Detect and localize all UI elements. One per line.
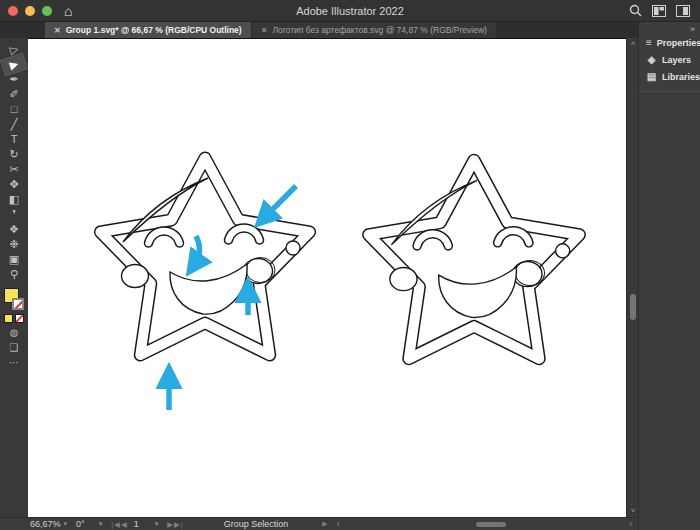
layers-icon: ◈ <box>646 54 657 65</box>
rotate-tool-icon[interactable]: ↻ <box>3 147 25 162</box>
none-button[interactable] <box>15 314 24 323</box>
tab-label: Логотип без артефактов.svg @ 74,87 % (RG… <box>272 25 486 35</box>
close-tab-icon[interactable]: ✕ <box>54 26 61 35</box>
workspace-switcher-icon[interactable] <box>652 5 666 17</box>
rotation-dropdown-icon[interactable]: ▾ <box>99 520 103 528</box>
artboard-number[interactable]: 1 <box>134 519 139 529</box>
horizontal-scrollbar-track[interactable] <box>340 521 629 528</box>
eyedropper-tool-icon[interactable]: ❜ <box>3 207 25 222</box>
gradient-tool-icon[interactable]: ◧ <box>3 192 25 207</box>
rotation-value[interactable]: 0° <box>76 519 85 529</box>
color-button[interactable] <box>4 314 13 323</box>
tools-panel: ▷▶✒✐□╱T↻✂✥◧❜❖❉▣⚲◍❑⋯ <box>0 38 28 517</box>
panel-tab-label: Layers <box>662 55 691 65</box>
panel-tab-properties[interactable]: ≡Properties <box>639 34 700 51</box>
screen-mode-icon[interactable]: ❑ <box>10 343 19 353</box>
tab-label: Group 1.svg* @ 66,67 % (RGB/CPU Outline) <box>66 25 242 35</box>
paintbrush-tool-icon[interactable]: ✐ <box>3 87 25 102</box>
rectangle-tool-icon[interactable]: □ <box>3 102 25 117</box>
app-title: Adobe Illustrator 2022 <box>0 5 700 17</box>
close-tab-icon[interactable]: ✕ <box>261 26 268 35</box>
illustrator-window: ⌂ Adobe Illustrator 2022 ✕ Group 1.svg* … <box>0 0 700 530</box>
symbol-sprayer-tool-icon[interactable]: ❉ <box>3 237 25 252</box>
edit-toolbar-icon[interactable]: ⋯ <box>9 358 19 368</box>
star-artwork-right[interactable] <box>338 133 610 405</box>
zoom-tool-icon[interactable]: ⚲ <box>3 267 25 282</box>
libraries-icon: ▤ <box>646 71 657 82</box>
panel-tab-libraries[interactable]: ▤Libraries <box>639 68 700 85</box>
properties-icon: ≡ <box>646 37 652 48</box>
color-mode-buttons <box>4 314 24 323</box>
draw-mode-icon[interactable]: ◍ <box>10 328 19 338</box>
statusbar: 66,67% ▾ 0° ▾ |◀ ◀ 1 ▾ ▶ ▶| Group Select… <box>0 517 638 530</box>
artboard-tool-icon[interactable]: ▣ <box>3 252 25 267</box>
panel-tab-layers[interactable]: ◈Layers <box>639 51 700 68</box>
current-tool-status: Group Selection <box>224 519 289 529</box>
search-icon[interactable] <box>629 4 642 17</box>
zoom-level-value[interactable]: 66,67% <box>30 519 61 529</box>
blend-tool-icon[interactable]: ❖ <box>3 222 25 237</box>
tab-logotip-svg[interactable]: ✕ Логотип без артефактов.svg @ 74,87 % (… <box>251 22 496 38</box>
document-tabbar: ✕ Group 1.svg* @ 66,67 % (RGB/CPU Outlin… <box>0 22 638 38</box>
horizontal-scrollbar-thumb[interactable] <box>476 522 506 527</box>
vertical-scrollbar[interactable]: ˄ ˅ <box>626 38 638 517</box>
previous-artboard-button[interactable]: ◀ <box>121 520 128 529</box>
last-artboard-button[interactable]: ▶| <box>174 520 184 529</box>
stroke-color-swatch[interactable] <box>12 298 24 310</box>
vertical-scrollbar-thumb[interactable] <box>630 294 636 320</box>
titlebar: ⌂ Adobe Illustrator 2022 <box>0 0 700 22</box>
panel-tab-label: Libraries <box>662 72 700 82</box>
next-artboard-button[interactable]: ▶ <box>167 520 174 529</box>
panel-dock: ≡Properties◈Layers▤Libraries <box>638 22 700 530</box>
fill-stroke-swatches[interactable] <box>4 288 24 310</box>
collapse-panels-icon[interactable]: » <box>690 24 695 34</box>
artboard-dropdown-icon[interactable]: ▾ <box>155 520 159 528</box>
pencil-tool-icon[interactable]: ╱ <box>3 117 25 132</box>
tab-group1-svg[interactable]: ✕ Group 1.svg* @ 66,67 % (RGB/CPU Outlin… <box>45 22 251 38</box>
scissors-tool-icon[interactable]: ✂ <box>3 162 25 177</box>
horizontal-scrollbar[interactable]: ‹ › <box>337 520 632 529</box>
panel-tab-label: Properties <box>657 38 700 48</box>
star-artwork-left[interactable] <box>70 131 340 401</box>
zoom-dropdown-icon[interactable]: ▾ <box>64 520 68 528</box>
type-tool-icon[interactable]: T <box>3 132 25 147</box>
panel-divider <box>639 91 700 92</box>
first-artboard-button[interactable]: |◀ <box>111 520 121 529</box>
scale-tool-icon[interactable]: ✥ <box>3 177 25 192</box>
scroll-right-icon[interactable]: › <box>629 520 632 529</box>
artboard-canvas[interactable] <box>28 38 626 517</box>
status-expander-icon[interactable]: ▶ <box>322 520 328 528</box>
arrange-documents-icon[interactable] <box>676 5 690 17</box>
